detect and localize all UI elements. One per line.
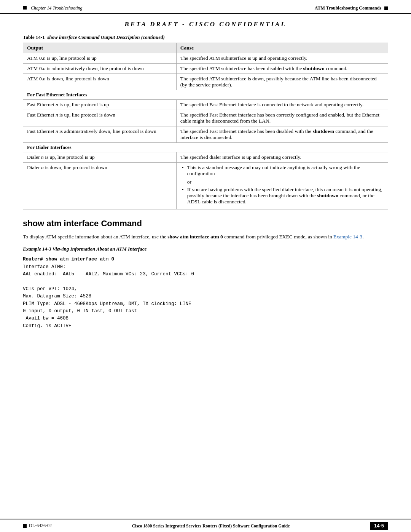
- confidential-banner: BETA DRAFT - CISCO CONFIDENTIAL: [23, 21, 388, 28]
- header-right: ATM Troubleshooting Commands: [315, 5, 388, 11]
- main-content: Table 14-1 show interface Command Output…: [0, 34, 411, 331]
- page-footer: OL-6426-02 Cisco 1800 Series Integrated …: [0, 519, 411, 532]
- section-heading: show atm interface Command: [23, 219, 388, 228]
- table-row: ATM 0.n is up, line protocol is up The s…: [23, 53, 388, 64]
- table-caption-text: show interface Command Output Descriptio…: [47, 34, 165, 40]
- table-row: ATM 0.n is administratively down, line p…: [23, 64, 388, 74]
- footer-center: Cisco 1800 Series Integrated Services Ro…: [52, 524, 370, 528]
- table-row: Dialer n is up, line protocol is up The …: [23, 152, 388, 163]
- bullet-list: This is a standard message and may not i…: [180, 165, 384, 177]
- cause-cell: The specified dialer interface is up and…: [176, 152, 388, 163]
- or-text: or: [187, 179, 384, 185]
- header-right-icon: [384, 6, 388, 10]
- cause-cell: The specified ATM subinterface is down, …: [176, 74, 388, 90]
- header-left-icon: [23, 6, 27, 10]
- section-label: For Fast Ethernet Interfaces: [23, 90, 388, 100]
- header-left: Chapter 14 Troubleshooting: [23, 5, 83, 11]
- cause-cell: The specified Fast Ethernet interface ha…: [176, 126, 388, 143]
- cause-cell: The specified Fast Ethernet interface is…: [176, 100, 388, 110]
- output-cell: Fast Ethernet n is up, line protocol is …: [23, 110, 177, 126]
- output-table: Output Cause ATM 0.n is up, line protoco…: [23, 43, 388, 209]
- col-cause: Cause: [176, 43, 388, 53]
- cause-cell: The specified ATM subinterface is up and…: [176, 53, 388, 64]
- example-heading: Example 14-3 Viewing Information About a…: [23, 246, 388, 252]
- col-output: Output: [23, 43, 177, 53]
- footer-publication: Cisco 1800 Series Integrated Services Ro…: [132, 524, 290, 528]
- confidential-text: BETA DRAFT - CISCO CONFIDENTIAL: [124, 21, 286, 28]
- table-row: Fast Ethernet n is administratively down…: [23, 126, 388, 143]
- table-row: Dialer n is down, line protocol is down …: [23, 163, 388, 209]
- table-row: Fast Ethernet n is up, line protocol is …: [23, 100, 388, 110]
- code-line-bold: Router# show atm interface atm 0: [23, 257, 114, 262]
- section-label: For Dialer Interfaces: [23, 143, 388, 152]
- output-cell: ATM 0.n is up, line protocol is up: [23, 53, 177, 64]
- footer-page-id: OL-6426-02: [29, 523, 52, 529]
- cause-cell: This is a standard message and may not i…: [176, 163, 388, 209]
- code-block: Router# show atm interface atm 0 Interfa…: [23, 254, 388, 331]
- table-section-row: For Fast Ethernet Interfaces: [23, 90, 388, 100]
- table-section-row: For Dialer Interfaces: [23, 143, 388, 152]
- output-cell: ATM 0.n is administratively down, line p…: [23, 64, 177, 74]
- output-cell: ATM 0.n is down, line protocol is down: [23, 74, 177, 90]
- footer-page-number: 14-5: [370, 522, 388, 530]
- page-header: Chapter 14 Troubleshooting ATM Troublesh…: [0, 0, 411, 14]
- footer-left-icon: [23, 524, 27, 528]
- output-cell: Dialer n is up, line protocol is up: [23, 152, 177, 163]
- list-item: This is a standard message and may not i…: [180, 165, 384, 177]
- output-cell: Fast Ethernet n is up, line protocol is …: [23, 100, 177, 110]
- body-paragraph: To display ATM-specific information abou…: [23, 233, 388, 241]
- header-section: ATM Troubleshooting Commands: [315, 5, 381, 11]
- page: Chapter 14 Troubleshooting ATM Troublesh…: [0, 0, 411, 532]
- table-number: Table 14-1: [23, 34, 45, 40]
- table-row: ATM 0.n is down, line protocol is down T…: [23, 74, 388, 90]
- output-cell: Dialer n is down, line protocol is down: [23, 163, 177, 209]
- cause-cell: The specified ATM subinterface has been …: [176, 64, 388, 74]
- output-cell: Fast Ethernet n is administratively down…: [23, 126, 177, 143]
- table-caption: Table 14-1 show interface Command Output…: [23, 34, 388, 40]
- example-link[interactable]: Example 14-3: [333, 234, 362, 240]
- footer-left: OL-6426-02: [23, 523, 52, 529]
- header-chapter: Chapter 14 Troubleshooting: [31, 5, 83, 11]
- bullet-list: If you are having problems with the spec…: [180, 187, 384, 205]
- table-row: Fast Ethernet n is up, line protocol is …: [23, 110, 388, 126]
- cause-cell: The specified Fast Ethernet interface ha…: [176, 110, 388, 126]
- list-item: If you are having problems with the spec…: [180, 187, 384, 205]
